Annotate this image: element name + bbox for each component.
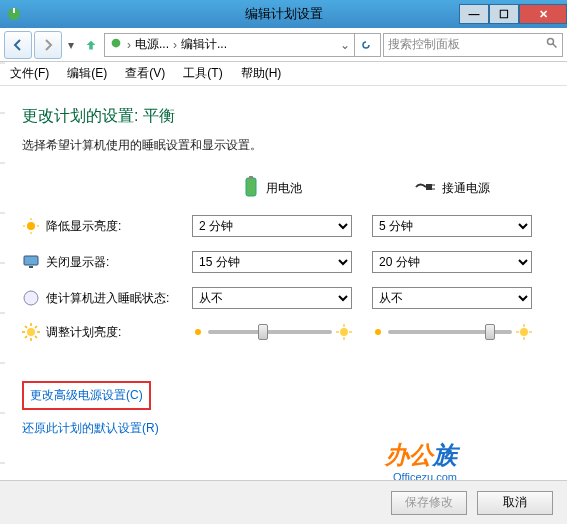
row-dim-label: 降低显示亮度: — [22, 217, 192, 235]
search-placeholder: 搜索控制面板 — [388, 36, 460, 53]
menu-view[interactable]: 查看(V) — [125, 65, 165, 82]
sleep-plugged-select[interactable]: 从不 — [372, 287, 532, 309]
restore-defaults-link[interactable]: 还原此计划的默认设置(R) — [22, 421, 159, 435]
cancel-button[interactable]: 取消 — [477, 491, 553, 515]
breadcrumb-bar[interactable]: › 电源... › 编辑计... ⌄ — [104, 33, 381, 57]
svg-rect-5 — [246, 178, 256, 196]
advanced-link-highlight: 更改高级电源设置(C) — [22, 381, 151, 410]
search-icon[interactable] — [546, 37, 558, 52]
sun-low-icon — [372, 326, 384, 338]
svg-point-3 — [548, 39, 554, 45]
breadcrumb-item[interactable]: 编辑计... — [181, 36, 227, 53]
turnoff-plugged-select[interactable]: 20 分钟 — [372, 251, 532, 273]
svg-line-24 — [35, 336, 37, 338]
sun-high-icon — [336, 324, 352, 340]
window-titlebar: 编辑计划设置 — ☐ ✕ — [0, 0, 567, 28]
dim-battery-select[interactable]: 2 分钟 — [192, 215, 352, 237]
navigation-bar: ▾ › 电源... › 编辑计... ⌄ 搜索控制面板 — [0, 28, 567, 62]
links-area: 更改高级电源设置(C) 还原此计划的默认设置(R) — [22, 381, 545, 437]
page-heading: 更改计划的设置: 平衡 — [22, 106, 545, 127]
svg-line-26 — [35, 326, 37, 328]
search-input[interactable]: 搜索控制面板 — [383, 33, 563, 57]
monitor-icon — [22, 253, 40, 271]
chevron-right-icon: › — [127, 38, 131, 52]
svg-line-23 — [25, 326, 27, 328]
menu-bar: 文件(F) 编辑(E) 查看(V) 工具(T) 帮助(H) — [0, 62, 567, 86]
close-button[interactable]: ✕ — [519, 4, 567, 24]
app-icon — [6, 6, 22, 22]
forward-button[interactable] — [34, 31, 62, 59]
maximize-button[interactable]: ☐ — [489, 4, 519, 24]
menu-edit[interactable]: 编辑(E) — [67, 65, 107, 82]
dropdown-icon[interactable]: ⌄ — [340, 38, 350, 52]
row-sleep-label: 使计算机进入睡眠状态: — [22, 289, 192, 307]
minimize-button[interactable]: — — [459, 4, 489, 24]
menu-file[interactable]: 文件(F) — [10, 65, 49, 82]
brightness-battery-slider[interactable] — [192, 324, 352, 340]
row-turnoff-label: 关闭显示器: — [22, 253, 192, 271]
svg-point-27 — [195, 329, 201, 335]
svg-rect-16 — [29, 266, 33, 268]
column-battery: 用电池 — [192, 176, 352, 201]
svg-rect-1 — [13, 8, 15, 13]
window-title: 编辑计划设置 — [245, 5, 323, 23]
plug-icon — [414, 180, 436, 197]
column-plugged: 接通电源 — [372, 180, 532, 197]
chevron-right-icon: › — [173, 38, 177, 52]
svg-rect-7 — [426, 184, 432, 190]
power-icon — [109, 36, 123, 53]
menu-help[interactable]: 帮助(H) — [241, 65, 282, 82]
svg-point-34 — [520, 328, 528, 336]
back-button[interactable] — [4, 31, 32, 59]
svg-line-25 — [25, 336, 27, 338]
up-button[interactable] — [80, 34, 102, 56]
menu-tools[interactable]: 工具(T) — [183, 65, 222, 82]
svg-rect-6 — [249, 176, 253, 179]
footer-bar: 保存修改 取消 — [0, 480, 567, 524]
svg-point-10 — [27, 222, 35, 230]
window-controls: — ☐ ✕ — [459, 4, 567, 24]
breadcrumb-item[interactable]: 电源... — [135, 36, 169, 53]
advanced-power-link[interactable]: 更改高级电源设置(C) — [30, 388, 143, 402]
settings-grid: 用电池 接通电源 降低显示亮度: 2 分钟 5 分钟 关闭显示器: 15 分钟 … — [22, 176, 545, 341]
brightness-icon — [22, 323, 40, 341]
sun-low-icon — [192, 326, 204, 338]
brightness-plugged-slider[interactable] — [372, 324, 532, 340]
content-area: 更改计划的设置: 平衡 选择希望计算机使用的睡眠设置和显示设置。 用电池 接通电… — [0, 86, 567, 447]
svg-point-33 — [375, 329, 381, 335]
svg-line-4 — [553, 44, 557, 48]
history-dropdown-icon[interactable]: ▾ — [64, 31, 78, 59]
svg-point-2 — [112, 39, 121, 48]
sleep-icon — [22, 289, 40, 307]
turnoff-battery-select[interactable]: 15 分钟 — [192, 251, 352, 273]
svg-point-18 — [27, 328, 35, 336]
page-subtitle: 选择希望计算机使用的睡眠设置和显示设置。 — [22, 137, 545, 154]
save-button[interactable]: 保存修改 — [391, 491, 467, 515]
sleep-battery-select[interactable]: 从不 — [192, 287, 352, 309]
svg-rect-15 — [24, 256, 38, 265]
refresh-button[interactable] — [354, 34, 376, 56]
sun-high-icon — [516, 324, 532, 340]
battery-icon — [242, 176, 260, 201]
side-decoration — [0, 62, 5, 524]
svg-point-28 — [340, 328, 348, 336]
row-brightness-label: 调整计划亮度: — [22, 323, 192, 341]
svg-point-17 — [24, 291, 38, 305]
dim-icon — [22, 217, 40, 235]
dim-plugged-select[interactable]: 5 分钟 — [372, 215, 532, 237]
